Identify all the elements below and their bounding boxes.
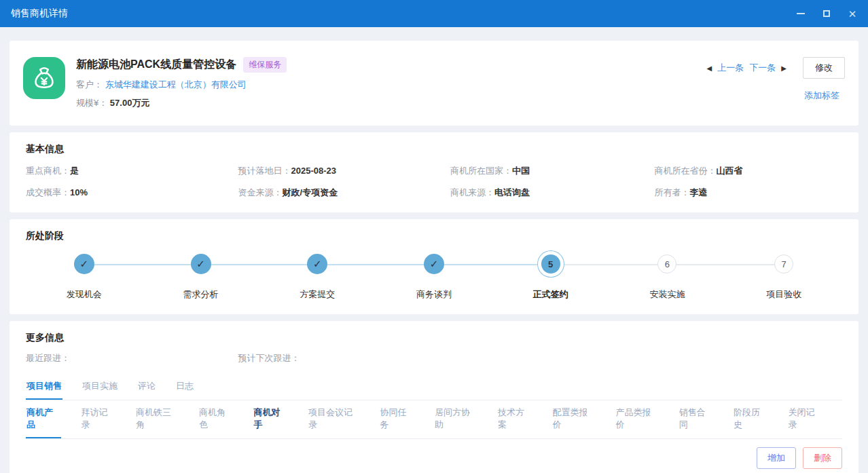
add-tag-link[interactable]: 添加标签 (804, 90, 839, 102)
stage-step[interactable]: 5正式签约 (492, 248, 609, 301)
minimize-button[interactable] (796, 9, 806, 18)
main-tab[interactable]: 项目销售 (26, 374, 62, 400)
stage-step[interactable]: 6安装实施 (609, 248, 726, 301)
close-button[interactable]: ✕ (848, 9, 857, 18)
opportunity-detail-page: 新能源电池PACK线质量管控设备 维保服务 客户： 东城华建建设工程（北京）有限… (0, 27, 868, 473)
stage-step[interactable]: ✓需求分析 (143, 248, 259, 301)
stage-step[interactable]: 7项目验收 (725, 248, 842, 301)
sub-tabs: 商机产品拜访记录商机铁三角商机角色商机对手项目会议记录协同任务居间方协助技术方案… (26, 400, 842, 439)
sub-tab[interactable]: 商机铁三角 (135, 400, 179, 438)
field-label: 商机来源： (450, 187, 494, 197)
step-check-icon: ✓ (74, 254, 94, 274)
sub-tab[interactable]: 关闭记录 (788, 400, 823, 438)
stage-card: 所处阶段 ✓发现机会✓需求分析✓方案提交✓商务谈判5正式签约6安装实施7项目验收 (10, 219, 858, 314)
minimize-icon (797, 13, 805, 14)
sub-tab[interactable]: 技术方案 (497, 400, 532, 438)
sub-tab[interactable]: 销售合同 (679, 400, 714, 438)
field-label: 所有者： (655, 187, 690, 197)
sub-tab[interactable]: 产品类报价 (615, 400, 659, 438)
main-tab[interactable]: 评论 (137, 374, 156, 400)
field-value: 山西省 (717, 166, 743, 176)
recent-follow-label: 最近跟进： (26, 352, 238, 364)
sub-tab[interactable]: 拜访记录 (80, 400, 115, 438)
close-icon: ✕ (848, 9, 857, 19)
sub-tab[interactable]: 居间方协助 (434, 400, 478, 438)
maximize-icon (823, 10, 830, 17)
step-check-icon: ✓ (191, 254, 211, 274)
service-tag-badge: 维保服务 (243, 57, 287, 73)
main-tab[interactable]: 日志 (175, 374, 194, 400)
info-field: 所有者：李逵 (655, 187, 842, 199)
next-arrow-icon[interactable]: ▶ (781, 64, 786, 72)
opportunity-header-card: 新能源电池PACK线质量管控设备 维保服务 客户： 东城华建建设工程（北京）有限… (10, 41, 858, 126)
field-label: 预计落地日： (238, 166, 291, 176)
field-value: 2025-08-23 (291, 166, 337, 176)
sub-tab[interactable]: 配置类报价 (552, 400, 596, 438)
step-label: 正式签约 (492, 288, 609, 301)
customer-label: 客户： (76, 79, 103, 90)
sub-tab[interactable]: 协同任务 (380, 400, 415, 438)
step-number: 6 (657, 254, 676, 273)
prev-record-link[interactable]: 上一条 (717, 62, 744, 74)
stage-step[interactable]: ✓方案提交 (259, 248, 376, 301)
window-titlebar: 销售商机详情 ✕ (0, 0, 868, 27)
edit-button[interactable]: 修改 (803, 57, 845, 79)
next-follow-label: 预计下次跟进： (238, 352, 565, 364)
step-number: 7 (774, 254, 793, 273)
step-check-icon: ✓ (307, 254, 327, 274)
field-label: 商机所在省份： (655, 166, 717, 176)
sub-tab[interactable]: 商机角色 (198, 400, 234, 438)
field-value: 是 (70, 166, 79, 176)
sub-tab[interactable]: 商机对手 (253, 400, 288, 438)
step-check-icon: ✓ (424, 254, 444, 274)
money-bag-icon (23, 57, 65, 99)
scale-label: 规模¥： (76, 98, 107, 108)
info-field: 商机来源：电话询盘 (450, 187, 655, 199)
stage-step[interactable]: ✓发现机会 (26, 248, 143, 301)
step-number: 5 (541, 254, 560, 273)
field-label: 资金来源： (238, 187, 283, 197)
step-label: 商务谈判 (376, 288, 492, 301)
field-label: 商机所在国家： (450, 166, 512, 176)
step-label: 项目验收 (725, 288, 842, 301)
basic-info-card: 基本信息 重点商机：是预计落地日：2025-08-23商机所在国家：中国商机所在… (10, 132, 858, 212)
info-field: 资金来源：财政/专项资金 (238, 187, 451, 199)
next-record-link[interactable]: 下一条 (749, 62, 776, 74)
stage-step[interactable]: ✓商务谈判 (376, 248, 492, 301)
sub-tab[interactable]: 项目会议记录 (308, 400, 361, 438)
field-value: 中国 (512, 166, 530, 176)
main-tabs: 项目销售项目实施评论日志 (26, 374, 842, 400)
field-value: 10% (70, 187, 88, 197)
customer-link[interactable]: 东城华建建设工程（北京）有限公司 (105, 79, 247, 90)
basic-info-title: 基本信息 (26, 143, 842, 155)
delete-button[interactable]: 删除 (803, 447, 842, 469)
sub-tab[interactable]: 商机产品 (26, 400, 61, 438)
prev-arrow-icon[interactable]: ◀ (707, 64, 712, 72)
field-label: 重点商机： (26, 166, 70, 176)
step-label: 需求分析 (143, 288, 259, 301)
field-label: 成交概率： (26, 187, 70, 197)
info-field: 重点商机：是 (26, 165, 238, 177)
add-button[interactable]: 增加 (757, 447, 796, 469)
step-label: 安装实施 (609, 288, 726, 301)
maximize-button[interactable] (822, 9, 831, 18)
more-info-title: 更多信息 (26, 332, 842, 344)
sub-tab[interactable]: 阶段历史 (733, 400, 768, 438)
step-label: 发现机会 (26, 288, 143, 301)
field-value: 李逵 (690, 187, 708, 197)
main-tab[interactable]: 项目实施 (82, 374, 118, 400)
field-value: 电话询盘 (494, 187, 530, 197)
opportunity-title: 新能源电池PACK线质量管控设备 (76, 58, 236, 72)
more-info-card: 更多信息 最近跟进： 预计下次跟进： 项目销售项目实施评论日志 商机产品拜访记录… (10, 321, 858, 473)
window-title: 销售商机详情 (11, 7, 68, 20)
stage-stepper: ✓发现机会✓需求分析✓方案提交✓商务谈判5正式签约6安装实施7项目验收 (26, 248, 842, 301)
info-field: 成交概率：10% (26, 187, 238, 199)
scale-value: 57.00万元 (110, 98, 150, 108)
step-label: 方案提交 (259, 288, 376, 301)
field-value: 财政/专项资金 (283, 187, 338, 197)
stage-section-title: 所处阶段 (26, 230, 842, 242)
info-field: 商机所在省份：山西省 (655, 165, 842, 177)
basic-info-grid: 重点商机：是预计落地日：2025-08-23商机所在国家：中国商机所在省份：山西… (26, 165, 842, 199)
info-field: 商机所在国家：中国 (450, 165, 655, 177)
info-field: 预计落地日：2025-08-23 (238, 165, 451, 177)
